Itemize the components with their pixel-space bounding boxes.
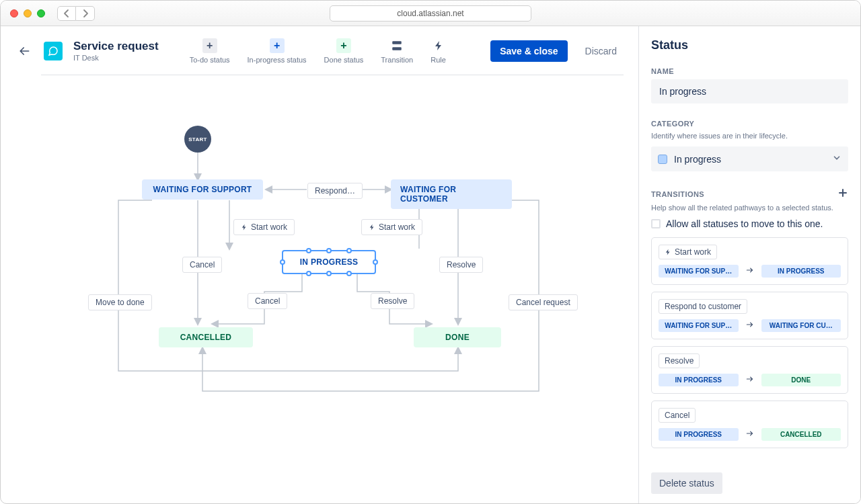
resize-handle[interactable] bbox=[306, 271, 311, 276]
bolt-icon bbox=[241, 223, 248, 231]
resize-handle[interactable] bbox=[326, 248, 332, 253]
transitions-help-text: Help show all the related pathways to a … bbox=[651, 204, 848, 212]
category-select[interactable]: In progress bbox=[651, 146, 848, 171]
checkbox-icon bbox=[651, 219, 661, 228]
project-meta: Service request IT Desk bbox=[73, 40, 159, 62]
status-waiting-for-customer[interactable]: WAITING FOR CUSTOMER bbox=[391, 179, 512, 209]
transition-card-title: Start work bbox=[659, 245, 717, 259]
resize-handle[interactable] bbox=[326, 271, 332, 276]
back-button[interactable] bbox=[15, 44, 33, 58]
todo-status-label: To-do status bbox=[190, 56, 230, 64]
transition-cancel-left[interactable]: Cancel bbox=[182, 257, 222, 273]
browser-back-button[interactable] bbox=[57, 6, 76, 21]
transition-from-status: WAITING FOR SUP… bbox=[659, 319, 739, 332]
workflow-start-node[interactable]: START bbox=[184, 126, 211, 153]
transition-move-to-done[interactable]: Move to done bbox=[88, 294, 152, 310]
transition-to-status: DONE bbox=[761, 374, 841, 386]
bolt-icon bbox=[665, 248, 671, 256]
transitions-label: TRANSITIONS bbox=[651, 190, 704, 198]
status-label: WAITING FOR SUPPORT bbox=[153, 185, 252, 194]
transition-label: Start work bbox=[379, 222, 415, 232]
add-todo-status-button[interactable]: + To-do status bbox=[190, 38, 230, 64]
transition-label: Resolve bbox=[378, 296, 407, 306]
resize-handle[interactable] bbox=[280, 259, 285, 265]
add-rule-button[interactable]: Rule bbox=[430, 38, 446, 64]
done-status-label: Done status bbox=[324, 56, 364, 64]
chevron-down-icon bbox=[832, 153, 841, 165]
transition-respond[interactable]: Respond… bbox=[307, 183, 363, 199]
category-help-text: Identify where issues are in their lifec… bbox=[651, 132, 848, 140]
plus-icon: + bbox=[336, 38, 351, 53]
zoom-window-icon[interactable] bbox=[37, 9, 45, 17]
status-cancelled[interactable]: CANCELLED bbox=[159, 327, 253, 347]
discard-button[interactable]: Discard bbox=[578, 46, 624, 56]
transition-card[interactable]: ResolveIN PROGRESSDONE bbox=[651, 346, 848, 394]
transition-card-title-text: Start work bbox=[675, 247, 711, 257]
transition-icon bbox=[389, 38, 404, 53]
transition-resolve-right[interactable]: Resolve bbox=[439, 257, 483, 273]
transition-start-work-left[interactable]: Start work bbox=[233, 219, 295, 235]
transition-label: Respond… bbox=[315, 186, 355, 196]
arrow-right-icon bbox=[744, 265, 756, 278]
category-label: CATEGORY bbox=[651, 120, 848, 128]
window-controls bbox=[10, 9, 45, 17]
browser-url-bar[interactable]: cloud.atlassian.net bbox=[330, 5, 531, 22]
resize-handle[interactable] bbox=[346, 248, 352, 253]
status-done[interactable]: DONE bbox=[414, 327, 501, 347]
browser-nav-buttons bbox=[57, 6, 95, 21]
transition-card[interactable]: Respond to customerWAITING FOR SUP…WAITI… bbox=[651, 292, 848, 339]
transition-label: Transition bbox=[381, 56, 413, 64]
resize-handle[interactable] bbox=[346, 271, 352, 276]
transition-start-work-right[interactable]: Start work bbox=[361, 219, 422, 235]
status-name-input[interactable]: In progress bbox=[651, 79, 848, 103]
minimize-window-icon[interactable] bbox=[24, 9, 32, 17]
transition-label: Resolve bbox=[447, 260, 476, 269]
transition-from-status: IN PROGRESS bbox=[659, 428, 739, 441]
transition-card-title-text: Respond to customer bbox=[665, 302, 741, 311]
arrow-right-icon bbox=[744, 320, 756, 332]
svg-rect-1 bbox=[393, 47, 402, 50]
save-button[interactable]: Save & close bbox=[490, 40, 567, 62]
add-inprogress-status-button[interactable]: + In-progress status bbox=[248, 38, 307, 64]
status-name-value: In progress bbox=[659, 86, 706, 97]
transition-card-row: IN PROGRESSCANCELLED bbox=[659, 428, 841, 441]
name-label: NAME bbox=[651, 67, 848, 75]
start-label: START bbox=[188, 136, 207, 142]
transition-label: Cancel request bbox=[516, 298, 570, 307]
bolt-icon bbox=[369, 223, 375, 231]
browser-url-text: cloud.atlassian.net bbox=[397, 9, 463, 18]
close-window-icon[interactable] bbox=[10, 9, 18, 17]
workflow-toolbar: + To-do status + In-progress status + Do… bbox=[190, 38, 446, 64]
transition-resolve-center[interactable]: Resolve bbox=[371, 293, 414, 309]
transition-to-status: CANCELLED bbox=[761, 428, 841, 441]
delete-status-button[interactable]: Delete status bbox=[651, 472, 722, 494]
transition-card[interactable]: Start workWAITING FOR SUP…IN PROGRESS bbox=[651, 237, 848, 285]
transition-label: Cancel bbox=[255, 296, 280, 306]
category-swatch-icon bbox=[658, 155, 667, 164]
browser-forward-button[interactable] bbox=[76, 6, 95, 21]
transition-label: Cancel bbox=[190, 260, 215, 269]
svg-rect-0 bbox=[393, 41, 402, 44]
workflow-header: Service request IT Desk + To-do status +… bbox=[1, 26, 638, 64]
transition-card[interactable]: CancelIN PROGRESSCANCELLED bbox=[651, 401, 848, 448]
arrow-right-icon bbox=[744, 374, 756, 386]
resize-handle[interactable] bbox=[373, 259, 378, 265]
add-transition-icon[interactable] bbox=[837, 187, 848, 201]
transition-card-title: Resolve bbox=[659, 353, 700, 368]
project-name: IT Desk bbox=[73, 54, 159, 62]
resize-handle[interactable] bbox=[306, 248, 311, 253]
transition-to-status: WAITING FOR CU… bbox=[761, 319, 841, 332]
allow-all-statuses-checkbox[interactable]: Allow all statuses to move to this one. bbox=[651, 218, 848, 229]
transition-card-title: Cancel bbox=[659, 408, 696, 423]
transition-cancel-center[interactable]: Cancel bbox=[248, 293, 287, 309]
add-transition-button[interactable]: Transition bbox=[381, 38, 413, 64]
status-waiting-for-support[interactable]: WAITING FOR SUPPORT bbox=[142, 179, 263, 200]
browser-titlebar: cloud.atlassian.net bbox=[1, 1, 860, 26]
transition-from-status: IN PROGRESS bbox=[659, 374, 739, 386]
plus-icon: + bbox=[270, 38, 285, 53]
workflow-canvas[interactable]: START WAITING FOR SUPPORT WAITING FOR CU… bbox=[1, 75, 638, 503]
add-done-status-button[interactable]: + Done status bbox=[324, 38, 364, 64]
transition-cancel-request[interactable]: Cancel request bbox=[509, 294, 578, 310]
status-in-progress-selected[interactable]: IN PROGRESS bbox=[282, 250, 376, 274]
status-label: IN PROGRESS bbox=[300, 257, 359, 267]
